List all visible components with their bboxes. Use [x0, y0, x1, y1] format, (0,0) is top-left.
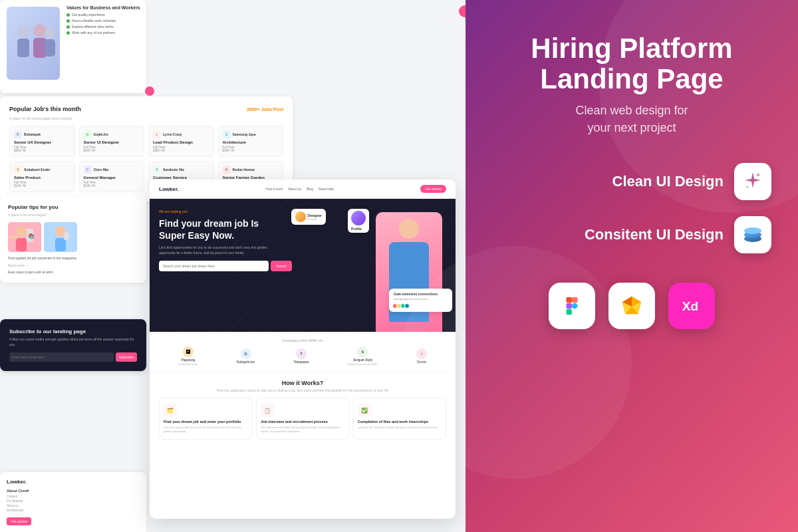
pink-dot-2: [145, 86, 154, 96]
figma-icon: [560, 294, 584, 318]
company-1: 🅿 Papatong Go Building Tender: [178, 346, 198, 366]
footer-col-title-1: About Crosfi: [7, 489, 29, 493]
svg-point-2: [33, 24, 47, 37]
footer-button[interactable]: Get started: [7, 517, 31, 525]
left-panel: Values for Business and Workers Get qual…: [0, 0, 466, 532]
nav-link-3: Blog: [307, 187, 313, 191]
job-card-5: S Sukabumi Ender Sales Product Full Time…: [9, 161, 75, 192]
value-item-1: Get quality experience: [66, 13, 141, 17]
subscribe-form[interactable]: Subscribe: [9, 352, 137, 362]
svg-rect-15: [64, 232, 69, 240]
svg-point-17: [747, 186, 749, 188]
footer-item-1: Careers: [7, 495, 29, 498]
company-logo-4: S: [357, 346, 368, 357]
values-title: Values for Business and Workers: [66, 5, 141, 10]
preview-nav-links: How it work About us Blog Need help: [265, 187, 333, 191]
feature-label-2: Consitent UI Design: [492, 226, 724, 243]
job-logo-4: S: [223, 130, 231, 138]
job-logo-7: S: [153, 166, 161, 174]
tools-row: Xd: [549, 283, 715, 329]
value-dot: [66, 19, 70, 23]
company-logo-2: G: [241, 348, 251, 359]
how-cards: 🗂️ Find your dream job and enter your po…: [159, 398, 446, 440]
footer-item-3: About us: [7, 504, 29, 507]
svg-text:Xd: Xd: [682, 299, 698, 313]
how-card-text-1: Let's find opportunities for you to be s…: [164, 426, 247, 434]
feature-icon-box-1: [734, 163, 771, 200]
svg-point-25: [572, 303, 578, 309]
value-item-4: Work with any of our partners: [66, 31, 141, 35]
preview-nav-logo: Lowker.: [159, 186, 179, 192]
float-card-profile: Designer Remote: [291, 209, 326, 225]
value-dot: [66, 31, 70, 35]
nav-get-started-button[interactable]: Get started: [420, 185, 446, 193]
company-logo-1: 🅿: [183, 346, 194, 357]
jobs-count: 2000+ Jobs Post: [247, 107, 283, 112]
svg-point-0: [17, 26, 29, 38]
svg-rect-21: [566, 297, 572, 303]
job-logo-5: S: [14, 166, 22, 174]
values-card: Values for Business and Workers Get qual…: [0, 0, 146, 93]
xd-icon-box: Xd: [668, 283, 715, 329]
company-4: S Sorgum Style Ready to become star 2000…: [348, 346, 378, 366]
tips-images: 📚: [8, 222, 138, 252]
right-subtitle: Clean web design foryour next project: [575, 102, 688, 136]
tip-text-2: Easy ways to get a job at work.: [8, 270, 138, 275]
footer-col-1: About Crosfi Careers For Network About u…: [7, 489, 29, 513]
footer-card: Lowker. About Crosfi Careers For Network…: [0, 472, 146, 532]
feature-icon-box-2: [734, 216, 771, 253]
figma-icon-box: [549, 283, 595, 329]
how-card-icon-1: 🗂️: [164, 404, 177, 417]
subscribe-button[interactable]: Subscribe: [116, 352, 137, 362]
job-logo-3: L: [153, 130, 161, 138]
svg-rect-23: [566, 309, 572, 315]
job-card-6: C Claro Mia General Manager Full Time $2…: [79, 161, 145, 192]
subscribe-input[interactable]: [9, 352, 114, 362]
job-logo-1: B: [14, 130, 22, 138]
feature-row-2: Consitent UI Design: [492, 216, 771, 253]
how-card-icon-3: ✅: [358, 404, 371, 417]
sparkle-icon: [742, 171, 763, 192]
pink-dot-1: [459, 5, 466, 17]
value-item-3: Explore different roles works: [66, 25, 141, 29]
jobs-header: Popular Job's this month 2000+ Jobs Post: [9, 106, 283, 112]
value-text-3: Explore different roles works: [72, 25, 114, 29]
svg-rect-5: [45, 39, 55, 57]
svg-point-7: [16, 226, 27, 237]
jobs-subtitle: A place to be encouraged and inspired: [9, 116, 283, 120]
svg-rect-9: [10, 235, 18, 239]
layers-icon: [742, 224, 763, 245]
job-logo-2: G: [84, 130, 92, 138]
value-item-2: Have a flexible work schedule: [66, 19, 141, 23]
svg-rect-1: [17, 39, 29, 57]
company-3: T Tokopepes: [293, 348, 309, 364]
svg-rect-8: [16, 238, 27, 251]
svg-rect-22: [566, 303, 572, 309]
subscribe-text: Follow our social media and get updates …: [9, 337, 137, 347]
person-head: [399, 219, 419, 239]
value-text-1: Get quality experience: [72, 13, 105, 17]
sketch-icon: [620, 294, 644, 318]
how-card-1: 🗂️ Find your dream job and enter your po…: [159, 398, 252, 440]
tip-image-1: 📚: [8, 222, 41, 252]
right-panel: Hiring Platform Landing Page Clean web d…: [466, 0, 798, 532]
svg-text:📚: 📚: [28, 233, 35, 239]
right-title: Hiring Platform Landing Page: [531, 33, 732, 94]
job-logo-8: R: [223, 166, 231, 174]
tip-image-2: [44, 222, 77, 252]
tip-link-1: Read more →: [8, 263, 138, 267]
values-text: Values for Business and Workers Get qual…: [66, 5, 141, 37]
value-text-4: Work with any of our partners: [72, 31, 115, 35]
svg-rect-24: [572, 297, 578, 303]
job-card-3: L Lyrne Crazy Lead Product Design Full T…: [148, 126, 214, 157]
footer-item-2: For Network: [7, 499, 29, 503]
svg-point-20: [744, 227, 761, 234]
preview-nav: Lowker. How it work About us Blog Need h…: [150, 180, 456, 199]
float-avatar: [351, 211, 366, 225]
value-text-2: Have a flexible work schedule: [72, 19, 116, 23]
tips-title: Popular tips for you: [8, 204, 138, 210]
job-card-1: B Bukalapak Senior UX Designer Full Time…: [9, 126, 75, 157]
sketch-icon-box: [608, 283, 655, 329]
how-card-2: 📋 Job interview and recruitment process …: [256, 398, 349, 440]
footer-logo: Lowker.: [7, 479, 140, 485]
